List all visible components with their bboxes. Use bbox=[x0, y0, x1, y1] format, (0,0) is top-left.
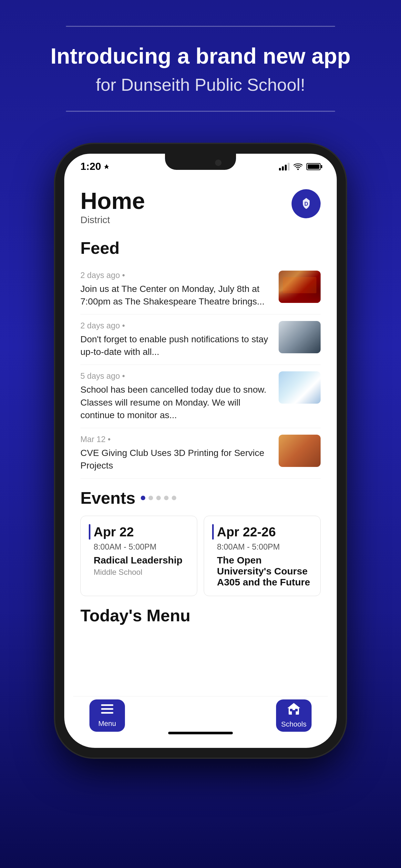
feed-item-2[interactable]: 2 days ago • Don't forget to enable push… bbox=[81, 314, 320, 365]
event-name-2: The Open University's Course A305 and th… bbox=[212, 555, 312, 588]
feed-desc-1: Join us at The Center on Monday, July 8t… bbox=[81, 283, 272, 308]
todays-menu-section: Today's Menu bbox=[81, 606, 320, 625]
dots-indicator bbox=[141, 496, 176, 500]
tab-menu-label: Menu bbox=[98, 719, 116, 728]
events-section: Events Apr 22 8: bbox=[81, 488, 320, 596]
event-date-row-2: Apr 22-26 bbox=[212, 524, 312, 539]
tab-schools[interactable]: Schools bbox=[276, 700, 312, 732]
dot-4 bbox=[164, 496, 168, 500]
event-time-2: 8:00AM - 5:00PM bbox=[212, 542, 312, 552]
events-row: Apr 22 8:00AM - 5:00PM Radical Leadershi… bbox=[81, 516, 320, 596]
events-header: Events bbox=[81, 488, 320, 507]
feed-text-2: 2 days ago • Don't forget to enable push… bbox=[81, 321, 272, 358]
feed-text-1: 2 days ago • Join us at The Center on Mo… bbox=[81, 271, 272, 308]
tab-menu[interactable]: Menu bbox=[89, 700, 125, 732]
divider-top bbox=[66, 26, 335, 27]
tab-schools-label: Schools bbox=[281, 720, 306, 728]
status-icons bbox=[279, 163, 320, 170]
feed-desc-3: School has been cancelled today due to s… bbox=[81, 383, 272, 422]
battery-icon bbox=[306, 163, 320, 170]
status-time: 1:20 bbox=[81, 160, 110, 173]
svg-rect-3 bbox=[101, 704, 113, 706]
home-header: Home District D bbox=[81, 189, 320, 225]
event-date-2: Apr 22-26 bbox=[217, 525, 276, 539]
home-indicator bbox=[168, 732, 233, 734]
feed-title: Feed bbox=[81, 238, 320, 258]
event-name-1: Radical Leadership bbox=[89, 555, 189, 566]
dot-2 bbox=[149, 496, 153, 500]
home-subtitle: District bbox=[81, 214, 145, 225]
home-title-area: Home District bbox=[81, 189, 145, 225]
dot-3 bbox=[156, 496, 161, 500]
event-date-1: Apr 22 bbox=[94, 525, 134, 539]
feed-item-4[interactable]: Mar 12 • CVE Giving Club Uses 3D Printin… bbox=[81, 428, 320, 478]
dot-5 bbox=[172, 496, 176, 500]
event-time-1: 8:00AM - 5:00PM bbox=[89, 542, 189, 552]
feed-meta-2: 2 days ago • bbox=[81, 321, 272, 330]
event-card-2[interactable]: Apr 22-26 8:00AM - 5:00PM The Open Unive… bbox=[204, 516, 320, 596]
app-content[interactable]: Home District D Feed 2 days a bbox=[64, 180, 337, 748]
signal-bars bbox=[279, 163, 289, 170]
battery-fill bbox=[308, 164, 319, 169]
phone-mockup: 1:20 H bbox=[55, 144, 346, 757]
feed-meta-4: Mar 12 • bbox=[81, 435, 272, 444]
menu-icon bbox=[101, 703, 113, 717]
feed-desc-2: Don't forget to enable push notification… bbox=[81, 333, 272, 358]
feed-text-3: 5 days ago • School has been cancelled t… bbox=[81, 371, 272, 422]
svg-rect-4 bbox=[101, 708, 113, 710]
header-subtitle: for Dunseith Public School! bbox=[96, 74, 305, 95]
event-stripe-1 bbox=[89, 524, 90, 539]
svg-rect-9 bbox=[292, 710, 296, 715]
schools-icon bbox=[287, 703, 300, 717]
header-area: Introducing a brand new app for Dunseith… bbox=[0, 0, 401, 125]
feed-text-4: Mar 12 • CVE Giving Club Uses 3D Printin… bbox=[81, 435, 272, 472]
feed-item-1[interactable]: 2 days ago • Join us at The Center on Mo… bbox=[81, 264, 320, 314]
home-title: Home bbox=[81, 189, 145, 213]
events-title: Events bbox=[81, 488, 135, 507]
feed-desc-4: CVE Giving Club Uses 3D Printing for Ser… bbox=[81, 446, 272, 472]
event-date-row-1: Apr 22 bbox=[89, 524, 189, 539]
svg-point-0 bbox=[297, 168, 299, 170]
feed-image-1 bbox=[279, 271, 320, 303]
school-logo[interactable]: D bbox=[291, 189, 320, 218]
svg-rect-5 bbox=[101, 712, 113, 714]
dot-1 bbox=[141, 496, 145, 500]
svg-marker-11 bbox=[288, 704, 299, 708]
wifi-icon bbox=[294, 163, 303, 170]
app-scroll: Home District D Feed 2 days a bbox=[64, 180, 337, 748]
feed-section: Feed 2 days ago • Join us at The Center … bbox=[81, 238, 320, 479]
feed-meta-3: 5 days ago • bbox=[81, 371, 272, 381]
header-title: Introducing a brand new app bbox=[50, 43, 350, 69]
todays-menu-title: Today's Menu bbox=[81, 606, 320, 625]
feed-image-4 bbox=[279, 435, 320, 467]
event-location-1: Middle School bbox=[89, 568, 189, 577]
phone-notch bbox=[165, 154, 236, 170]
camera-dot bbox=[215, 159, 221, 166]
svg-text:D: D bbox=[304, 201, 308, 207]
feed-meta-1: 2 days ago • bbox=[81, 271, 272, 280]
divider-bottom bbox=[66, 111, 335, 112]
feed-item-3[interactable]: 5 days ago • School has been cancelled t… bbox=[81, 365, 320, 428]
event-stripe-2 bbox=[212, 524, 214, 539]
event-card-1[interactable]: Apr 22 8:00AM - 5:00PM Radical Leadershi… bbox=[81, 516, 197, 596]
feed-image-2 bbox=[279, 321, 320, 353]
feed-image-3 bbox=[279, 371, 320, 404]
